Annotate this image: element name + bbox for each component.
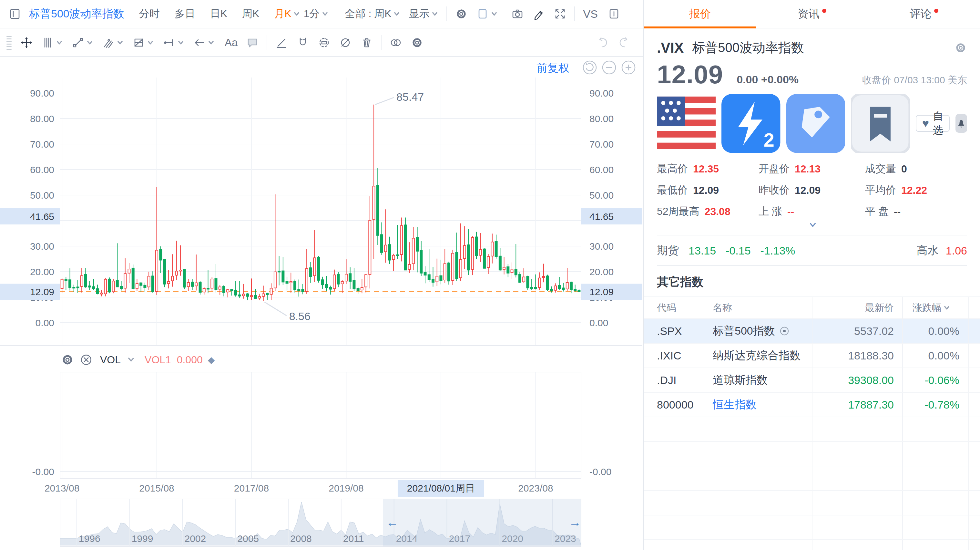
chevron-down-icon[interactable] — [321, 10, 329, 18]
divider — [574, 6, 575, 21]
chart-symbol-title[interactable]: 标普500波动率指数 — [29, 6, 124, 21]
adjust-mode-link[interactable]: 前复权 — [536, 61, 570, 76]
stat-item: 52周最高23.08 — [657, 204, 759, 218]
header-change[interactable]: 涨跌幅 — [902, 297, 968, 319]
tab-daily[interactable]: 日K — [210, 7, 227, 21]
chevron-down-icon[interactable] — [293, 10, 301, 18]
drawing-settings-button[interactable] — [410, 36, 423, 49]
add-watchlist-button[interactable]: ♥ 自选 — [916, 115, 950, 132]
display-menu[interactable]: 显示 — [409, 7, 430, 21]
futures-row[interactable]: 期货 13.15 -0.15 -1.13% 高水 1.06 — [657, 236, 967, 265]
close-indicator-button[interactable] — [80, 353, 93, 367]
date-range-navigator[interactable]: 1996199920022005200820112014201720202023… — [60, 499, 581, 547]
table-row-empty — [644, 540, 980, 550]
expand-stats-button[interactable] — [657, 221, 967, 229]
window-layout-icon[interactable] — [8, 8, 21, 20]
zoom-in-button[interactable] — [621, 60, 636, 75]
header-last[interactable]: 最新价 — [812, 297, 902, 319]
chevron-down-icon — [809, 221, 817, 229]
stat-item: 昨收价12.09 — [759, 183, 865, 197]
index-row-ixic[interactable]: .IXIC纳斯达克综合指数18188.300.00% — [644, 344, 980, 368]
tab-news[interactable]: 资讯 — [756, 0, 868, 28]
indicator-settings-button[interactable] — [61, 353, 74, 367]
vertical-line-tool[interactable] — [41, 36, 63, 49]
chart-zoom-controls — [582, 60, 636, 75]
index-last: 17887.30 — [812, 393, 902, 417]
alert-bell-button[interactable] — [956, 114, 967, 133]
quote-panel-tabs: 报价 资讯 评论 — [644, 0, 980, 29]
header-name[interactable]: 名称 — [704, 297, 812, 319]
heart-icon: ♥ — [922, 118, 929, 129]
fullscreen-button[interactable] — [554, 8, 566, 20]
hide-drawings-button[interactable] — [339, 36, 352, 49]
undo-button[interactable] — [596, 36, 609, 49]
chart-settings-button[interactable] — [455, 8, 468, 20]
draw-marker-button[interactable] — [532, 8, 545, 20]
svg-text:50.00: 50.00 — [30, 190, 54, 201]
toggle-right-panel-button[interactable] — [608, 8, 620, 20]
index-row-dji[interactable]: .DJI道琼斯指数39308.00-0.06% — [644, 368, 980, 393]
svg-text:0.00: 0.00 — [589, 317, 608, 328]
minute-period-selector[interactable]: 1分 — [304, 7, 320, 21]
arrow-tool[interactable] — [193, 36, 215, 49]
premium-value: 1.06 — [946, 244, 967, 257]
index-code: .IXIC — [644, 344, 704, 368]
compare-vs-button[interactable]: VS — [583, 8, 598, 20]
tab-multiday[interactable]: 多日 — [175, 7, 195, 21]
continuous-drawing-button[interactable] — [318, 36, 331, 49]
index-row-spx[interactable]: .SPX标普500指数5537.020.00% — [644, 319, 980, 344]
index-last: 18188.30 — [812, 344, 902, 368]
chevron-down-icon[interactable] — [127, 356, 135, 363]
svg-text:-0.00: -0.00 — [589, 466, 611, 477]
bookmark-badge-icon[interactable] — [851, 94, 910, 153]
candlestick-chart[interactable]: 85.478.560.000.0010.0010.0020.0020.0030.… — [0, 0, 643, 550]
index-code: 800000 — [644, 393, 704, 417]
tab-intraday[interactable]: 分时 — [139, 7, 160, 21]
redo-button[interactable] — [617, 36, 630, 49]
level2-badge-icon[interactable]: 2 — [721, 94, 780, 153]
range-selector[interactable]: 全部 : 周K — [345, 7, 391, 21]
index-change: -0.06% — [902, 368, 968, 392]
magnet-mode-button[interactable] — [296, 36, 309, 49]
svg-text:2017/08: 2017/08 — [234, 483, 269, 494]
zoom-out-button[interactable] — [602, 60, 617, 75]
magnet-icon — [296, 36, 309, 49]
index-name: 标普500指数 — [704, 319, 812, 343]
indicator-name[interactable]: VOL — [100, 354, 121, 366]
text-tool[interactable]: Aa — [225, 37, 237, 49]
tab-monthly-active[interactable]: 月K — [274, 7, 291, 21]
index-row-800000[interactable]: 800000恒生指数17887.30-0.78% — [644, 393, 980, 417]
chevron-down-icon[interactable] — [431, 10, 439, 18]
chevron-down-icon[interactable] — [393, 10, 401, 18]
svg-text:85.47: 85.47 — [396, 91, 424, 103]
chevron-down-icon — [56, 39, 63, 46]
chevron-down-icon — [207, 39, 215, 46]
navigator-selection[interactable] — [383, 499, 581, 547]
session-status: 收盘价 07/03 13:00 美东 — [862, 73, 967, 87]
move-tool-button[interactable] — [20, 36, 33, 49]
compare-overlay-button[interactable] — [389, 36, 402, 49]
angle-tool[interactable] — [275, 36, 288, 49]
delete-drawings-button[interactable] — [360, 36, 373, 49]
tab-weekly[interactable]: 周K — [242, 7, 259, 21]
toolbar-drag-handle[interactable] — [6, 36, 12, 50]
tab-comments[interactable]: 评论 — [868, 0, 980, 28]
panel-settings-button[interactable] — [954, 41, 967, 54]
reset-zoom-button[interactable] — [582, 60, 597, 75]
svg-text:30.00: 30.00 — [589, 241, 614, 252]
trash-icon — [360, 36, 373, 49]
tag-badge-icon[interactable] — [786, 94, 845, 153]
pitchfork-tool[interactable] — [102, 36, 124, 49]
layout-selector-button[interactable] — [476, 8, 498, 20]
navigator-right-handle[interactable]: → — [569, 515, 581, 529]
svg-text:30.00: 30.00 — [30, 241, 54, 252]
horizontal-ray-tool[interactable] — [163, 36, 185, 49]
tab-quotes[interactable]: 报价 — [644, 0, 756, 28]
navigator-left-handle[interactable]: ← — [386, 515, 398, 529]
screenshot-button[interactable] — [511, 8, 524, 20]
trend-line-tool[interactable] — [72, 36, 94, 49]
note-tool[interactable] — [246, 36, 259, 49]
header-code[interactable]: 代码 — [644, 297, 704, 319]
fibonacci-tool[interactable] — [132, 36, 154, 49]
chart-grid — [0, 78, 642, 478]
